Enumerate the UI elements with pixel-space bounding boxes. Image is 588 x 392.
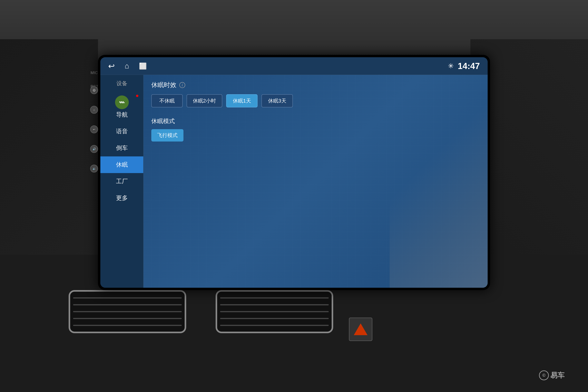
screen-outer: ↩ ⌂ ⬜ ✳ 14:47 设备 [98,55,490,290]
waveform-icon [118,99,126,106]
sidebar-item-factory[interactable]: 工厂 [100,173,143,190]
mode-section-title: 休眠模式 [151,117,480,125]
physical-button-group: ⏻ ⌂ ↩ 🔊 🔉 [90,74,98,172]
infotainment-screen: ↩ ⌂ ⬜ ✳ 14:47 设备 [100,57,488,288]
sidebar-item-nav-label: 导航 [104,111,139,119]
section-title-group: 休眠时效 i [151,81,480,90]
vent-slot [73,318,182,319]
recent-apps-icon[interactable]: ⬜ [139,62,147,70]
sidebar-item-sleep[interactable]: 休眠 [100,156,143,173]
volume-up-button[interactable]: 🔊 [90,145,98,153]
vent-slot [220,311,329,312]
sidebar-item-navigation[interactable]: 导航 [100,91,143,123]
nav-icons: ↩ ⌂ ⬜ [108,62,147,70]
status-right: ✳ 14:47 [448,61,480,71]
vent-right [216,290,333,333]
back-icon[interactable]: ↩ [108,62,115,70]
watermark-logo: © [539,370,549,380]
vent-slot [73,311,182,312]
bluetooth-icon: ✳ [448,62,454,70]
power-button[interactable]: ⏻ [90,86,98,94]
home-icon[interactable]: ⌂ [125,62,129,70]
duration-options-group: 不休眠 休眠2小时 休眠1天 休眠3天 [151,94,480,108]
watermark: © 易车 [539,370,564,380]
sidebar-item-sleep-label: 休眠 [116,161,128,168]
vent-slot [220,318,329,319]
option-sleep-1day[interactable]: 休眠1天 [226,94,258,108]
sidebar-item-more[interactable]: 更多 [100,190,143,206]
clock-display: 14:47 [458,61,480,71]
section-title-text: 休眠时效 [151,81,176,90]
option-sleep-2h[interactable]: 休眠2小时 [186,94,222,108]
volume-down-button[interactable]: 🔉 [90,165,98,172]
home-button[interactable]: ⌂ [90,106,98,114]
mode-options-group: 飞行模式 [151,129,480,142]
watermark-text: 易车 [550,371,564,380]
sidebar-item-voice-label: 语音 [116,128,128,134]
back-button[interactable]: ↩ [90,126,98,133]
main-content: 设备 导航 语音 倒车 [100,75,488,288]
vent-left [68,290,186,333]
vent-slot [73,297,182,298]
vent-slot [220,297,329,298]
sidebar-title: 设备 [100,77,143,91]
sidebar-item-voice[interactable]: 语音 [100,123,143,140]
option-sleep-3days[interactable]: 休眠3天 [262,94,293,108]
sidebar-item-reverse-label: 倒车 [116,145,128,151]
nav-icon-badge [115,96,129,109]
sidebar: 设备 导航 语音 倒车 [100,75,144,288]
notification-dot [136,95,138,97]
vent-slot [220,304,329,305]
settings-content-area: 休眠时效 i 不休眠 休眠2小时 休眠1天 休眠3天 休眠模式 飞行模式 [144,75,488,288]
hazard-icon [354,324,368,335]
hazard-button[interactable] [349,318,372,341]
sidebar-item-factory-label: 工厂 [116,178,128,184]
option-flight-mode[interactable]: 飞行模式 [151,129,184,142]
vent-slot [73,325,182,326]
vent-slot [73,304,182,305]
vent-slot [220,325,329,326]
status-bar: ↩ ⌂ ⬜ ✳ 14:47 [100,57,488,75]
option-no-sleep[interactable]: 不休眠 [151,94,183,108]
sidebar-item-reverse[interactable]: 倒车 [100,140,143,156]
info-icon[interactable]: i [179,82,185,88]
sidebar-item-more-label: 更多 [116,195,128,201]
